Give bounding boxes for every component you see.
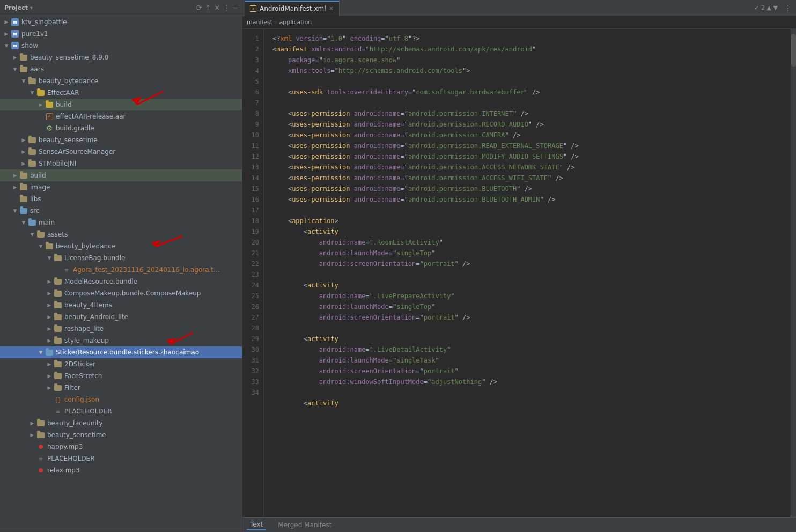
folder-icon-ComposeMakeup <box>54 289 62 298</box>
code-line-27: android:screenOrientation="portrait" /> <box>272 312 791 323</box>
arrow-happy-mp3 <box>28 442 36 451</box>
tab-text[interactable]: Text <box>247 520 266 530</box>
tree-item-2DSticker[interactable]: 2DSticker <box>0 358 242 370</box>
tree-item-EffectAAR[interactable]: EffectAAR <box>0 87 242 99</box>
tree-item-relax-mp3[interactable]: relax.mp3 <box>0 464 242 476</box>
arrow-pure1v1 <box>2 29 11 38</box>
tree-item-Filter[interactable]: Filter <box>0 382 242 394</box>
code-line-4: xmlns:tools="http://schemas.android.com/… <box>272 65 791 76</box>
project-panel-title[interactable]: Project ▾ <box>4 4 33 11</box>
label-build-effectaar: build <box>56 101 72 108</box>
arrow-style_makeup <box>45 336 54 345</box>
xml-tab-icon: X <box>250 5 256 12</box>
tab-close-AndroidManifest[interactable]: ✕ <box>329 5 334 11</box>
sidebar-scrollbar[interactable] <box>0 528 242 532</box>
tree-item-src[interactable]: src <box>0 205 242 217</box>
arrow-beauty_4Items <box>45 301 54 309</box>
code-line-30: android:name=".LiveDetailActivity" <box>272 344 791 355</box>
folder-icon-ModelResource <box>54 277 62 286</box>
tree-item-ktv_singbattle[interactable]: m ktv_singbattle <box>0 16 242 28</box>
tree-item-placeholder1[interactable]: ≡ PLACEHOLDER <box>0 405 242 417</box>
editor-scrollbar[interactable] <box>791 29 796 517</box>
more-icon[interactable]: ⋮ <box>223 4 230 12</box>
tree-item-Agora_test[interactable]: ≡ Agora_test_20231116_20240116_io.agora.… <box>0 264 242 276</box>
tree-item-image[interactable]: image <box>0 181 242 193</box>
arrow-assets <box>28 230 36 239</box>
tree-item-beauty_bytedance[interactable]: beauty_bytedance <box>0 75 242 87</box>
diff-indicator[interactable]: ✓ 2 ▲ ▼ <box>752 3 780 12</box>
arrow-EffectAAR <box>28 88 36 97</box>
label-beauty_sensetime2: beauty_sensetime <box>47 431 106 439</box>
code-line-24: <activity <box>272 280 791 291</box>
label-Agora_test: Agora_test_20231116_20240116_io.agora.te… <box>73 266 223 274</box>
arrow-LicenseBag <box>45 254 54 262</box>
tree-item-main[interactable]: main <box>0 217 242 228</box>
tree-item-show[interactable]: m show <box>0 40 242 51</box>
module-icon-pure1v1: m <box>11 29 19 38</box>
editor-bottom-bar: Text Merged Manifest <box>242 517 796 532</box>
label-EffectAAR: EffectAAR <box>47 89 79 97</box>
code-line-22: android:screenOrientation="portrait" /> <box>272 258 791 269</box>
tree-item-happy-mp3[interactable]: happy.mp3 <box>0 441 242 453</box>
up-icon[interactable]: ↑ <box>205 4 211 12</box>
sync-icon[interactable]: ⟳ <box>196 4 202 12</box>
folder-icon-beauty_sensetime <box>28 136 36 144</box>
label-ModelResource: ModelResource.bundle <box>64 278 137 285</box>
tree-item-beauty_sensetime2[interactable]: beauty_sensetime <box>0 429 242 441</box>
label-build-gradle: build.gradle <box>56 124 94 132</box>
close-icon[interactable]: ✕ <box>214 4 220 12</box>
tree-item-placeholder2[interactable]: ≡ PLACEHOLDER <box>0 453 242 464</box>
folder-icon-aars <box>19 65 28 73</box>
tree-item-ModelResource[interactable]: ModelResource.bundle <box>0 276 242 287</box>
tree-item-beauty_bytedance-assets[interactable]: beauty_bytedance <box>0 240 242 252</box>
label-happy-mp3: happy.mp3 <box>47 443 83 450</box>
project-panel: Project ▾ ⟳ ↑ ✕ ⋮ ─ m ktv_singbattle m <box>0 0 242 532</box>
arrow-aars <box>11 65 19 73</box>
tree-item-ComposeMakeup[interactable]: ComposeMakeup.bundle.ComposeMakeup <box>0 287 242 299</box>
tree-item-build-show[interactable]: build <box>0 169 242 181</box>
code-line-25: android:name=".LivePrepareActivity" <box>272 291 791 301</box>
folder-icon-beauty_Android_lite <box>54 313 62 321</box>
label-SenseArSourceManager: SenseArSourceManager <box>39 148 115 156</box>
label-beauty_faceunity: beauty_faceunity <box>47 419 103 427</box>
arrow-src <box>11 206 19 215</box>
label-effectAAR-release-aar: effectAAR-release.aar <box>56 113 126 120</box>
minimize-icon[interactable]: ─ <box>233 4 238 12</box>
editor-more-icon[interactable]: ⋮ <box>782 3 794 13</box>
tree-item-aars[interactable]: aars <box>0 63 242 75</box>
tree-item-build-gradle[interactable]: ⚙ build.gradle <box>0 122 242 134</box>
tree-item-LicenseBag[interactable]: LicenseBag.bundle <box>0 252 242 264</box>
editor-area: X AndroidManifest.xml ✕ ✓ 2 ▲ ▼ ⋮ manife… <box>242 0 796 532</box>
tree-item-FaceStretch[interactable]: FaceStretch <box>0 370 242 382</box>
tree-item-pure1v1[interactable]: m pure1v1 <box>0 28 242 40</box>
code-line-16: <uses-permission android:name="android.p… <box>272 194 791 205</box>
tree-item-beauty_Android_lite[interactable]: beauty_Android_lite <box>0 311 242 323</box>
tree-item-StickerResource[interactable]: StickerResource.bundle.stickers.zhaocaim… <box>0 346 242 358</box>
arrow-FaceStretch <box>45 372 54 380</box>
tree-item-STMobileJNI[interactable]: STMobileJNI <box>0 158 242 169</box>
file-icon-happy-mp3 <box>36 442 45 451</box>
tree-item-beauty_faceunity[interactable]: beauty_faceunity <box>0 417 242 429</box>
folder-icon-beauty_faceunity <box>36 419 45 427</box>
tree-item-beauty_sensetime[interactable]: beauty_sensetime <box>0 134 242 146</box>
tree-item-reshape_lite[interactable]: reshape_lite <box>0 323 242 335</box>
code-line-9: <uses-permission android:name="android.p… <box>272 119 791 130</box>
tree-item-SenseArSourceManager[interactable]: SenseArSourceManager <box>0 146 242 158</box>
breadcrumb-manifest[interactable]: manifest <box>247 19 272 26</box>
label-beauty_bytedance-assets: beauty_bytedance <box>56 242 115 250</box>
breadcrumb-application[interactable]: application <box>279 19 312 26</box>
tree-item-beauty_sensetime_890[interactable]: beauty_sensetime_8.9.0 <box>0 51 242 63</box>
tree-item-libs[interactable]: libs <box>0 193 242 205</box>
folder-icon-beauty_sensetime2 <box>36 431 45 439</box>
code-editor[interactable]: <?xml version="1.0" encoding="utf-8"?> <… <box>264 29 791 517</box>
tree-item-config-json[interactable]: {} config.json <box>0 394 242 405</box>
tree-item-style_makeup[interactable]: style_makeup <box>0 335 242 346</box>
tree-item-beauty_4Items[interactable]: beauty_4Items <box>0 299 242 311</box>
tab-AndroidManifest[interactable]: X AndroidManifest.xml ✕ <box>245 1 340 16</box>
tree-item-effectAAR-release-aar[interactable]: A effectAAR-release.aar <box>0 110 242 122</box>
tab-merged-manifest[interactable]: Merged Manifest <box>275 520 335 530</box>
tree-item-assets[interactable]: assets <box>0 228 242 240</box>
tree-item-build-effectaar[interactable]: build <box>0 99 242 110</box>
arrow-2DSticker <box>45 360 54 368</box>
label-pure1v1: pure1v1 <box>21 30 48 38</box>
